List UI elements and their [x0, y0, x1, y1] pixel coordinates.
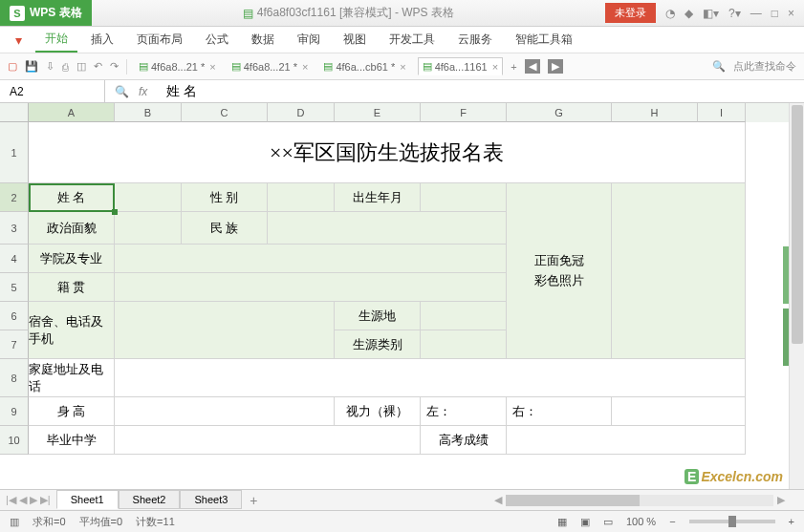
- first-sheet-icon[interactable]: |◀: [6, 494, 16, 506]
- close-icon[interactable]: ×: [302, 61, 308, 73]
- search-icon[interactable]: 🔍: [712, 60, 726, 73]
- menu-insert[interactable]: 插入: [81, 28, 123, 52]
- skin-icon[interactable]: ◧▾: [703, 7, 719, 20]
- menu-data[interactable]: 数据: [242, 28, 284, 52]
- input-source-place[interactable]: [421, 302, 507, 330]
- vertical-scrollbar[interactable]: [789, 103, 804, 489]
- row-header-9[interactable]: 9: [0, 397, 29, 426]
- save-icon[interactable]: ▾: [6, 29, 32, 52]
- zoom-value[interactable]: 100 %: [626, 516, 656, 527]
- sheet-tab-1[interactable]: Sheet1: [56, 490, 119, 509]
- doc-tab-4[interactable]: ▤4f6a...1161×: [418, 57, 504, 75]
- cell-reference[interactable]: A2: [0, 80, 105, 102]
- zoom-slider[interactable]: [689, 520, 775, 523]
- row-header-2[interactable]: 2: [0, 183, 29, 212]
- menu-formula[interactable]: 公式: [196, 28, 238, 52]
- side-panel-handle[interactable]: [783, 309, 789, 366]
- view-normal-icon[interactable]: ▦: [557, 516, 567, 528]
- help-icon[interactable]: ?▾: [728, 7, 741, 20]
- add-sheet-icon[interactable]: +: [242, 493, 265, 508]
- prev-sheet-icon[interactable]: ◀: [19, 494, 27, 506]
- fill-handle[interactable]: [112, 209, 118, 215]
- maximize-button[interactable]: □: [771, 7, 778, 20]
- label-home-addr[interactable]: 家庭地址及电话: [29, 359, 115, 397]
- input-home-addr[interactable]: [115, 359, 746, 397]
- col-header-A[interactable]: A: [29, 103, 115, 122]
- label-gender[interactable]: 性 别: [182, 183, 268, 212]
- label-vision-left[interactable]: 左：: [421, 397, 507, 426]
- col-header-C[interactable]: C: [182, 103, 268, 122]
- input-gender[interactable]: [268, 183, 335, 212]
- label-birth[interactable]: 出生年月: [335, 183, 421, 212]
- input-name[interactable]: [115, 183, 182, 212]
- new-icon[interactable]: ▢: [8, 60, 17, 73]
- input-politics[interactable]: [115, 212, 182, 245]
- row-header-4[interactable]: 4: [0, 245, 29, 273]
- input-ethnic[interactable]: [268, 212, 507, 245]
- label-source-place[interactable]: 生源地: [335, 302, 421, 330]
- doc-tab-1[interactable]: ▤4f6a8...21 *×: [135, 58, 220, 74]
- redo-icon[interactable]: ↷: [110, 60, 119, 73]
- cell[interactable]: [612, 397, 746, 426]
- close-icon[interactable]: ×: [400, 61, 405, 73]
- fx-icon[interactable]: fx: [139, 85, 147, 98]
- close-button[interactable]: ×: [788, 7, 794, 20]
- label-vision[interactable]: 视力（裸）: [335, 397, 421, 426]
- add-tab-icon[interactable]: +: [511, 61, 516, 73]
- row-header-3[interactable]: 3: [0, 212, 29, 245]
- form-title[interactable]: ××军区国防生选拔报名表: [29, 122, 746, 183]
- login-button[interactable]: 未登录: [605, 3, 656, 23]
- scroll-thumb[interactable]: [506, 495, 640, 506]
- row-header-6[interactable]: 6: [0, 302, 29, 330]
- search-input[interactable]: 点此查找命令: [733, 59, 796, 74]
- input-gaokao[interactable]: [507, 426, 746, 455]
- doc-tab-2[interactable]: ▤4f6a8...21 *×: [228, 58, 313, 74]
- label-politics[interactable]: 政治面貌: [29, 212, 115, 245]
- export-icon[interactable]: ⇩: [46, 60, 54, 73]
- col-header-E[interactable]: E: [335, 103, 421, 122]
- preview-icon[interactable]: ◫: [76, 60, 86, 73]
- input-dorm-phone[interactable]: [115, 302, 335, 359]
- label-source-type[interactable]: 生源类别: [335, 330, 421, 359]
- close-icon[interactable]: ×: [209, 61, 215, 73]
- undo-icon[interactable]: ↶: [94, 60, 102, 73]
- input-source-type[interactable]: [421, 330, 507, 359]
- menu-view[interactable]: 视图: [334, 28, 376, 52]
- next-sheet-icon[interactable]: ▶: [30, 494, 37, 506]
- select-all-corner[interactable]: [0, 103, 29, 122]
- row-header-10[interactable]: 10: [0, 426, 29, 455]
- nav-prev-icon[interactable]: ◀: [525, 59, 540, 74]
- fx-search-icon[interactable]: 🔍: [115, 85, 129, 98]
- view-reading-icon[interactable]: ▭: [603, 516, 613, 528]
- save-icon[interactable]: 💾: [25, 60, 38, 73]
- formula-content[interactable]: 姓 名: [157, 83, 206, 100]
- label-height[interactable]: 身 高: [29, 397, 115, 426]
- label-highschool[interactable]: 毕业中学: [29, 426, 115, 455]
- input-origin[interactable]: [115, 273, 507, 302]
- cloud-icon[interactable]: ◆: [684, 7, 693, 20]
- row-header-1[interactable]: 1: [0, 122, 29, 183]
- menu-cloud[interactable]: 云服务: [448, 28, 502, 52]
- menu-review[interactable]: 审阅: [288, 28, 330, 52]
- last-sheet-icon[interactable]: ▶|: [40, 494, 51, 506]
- label-ethnic[interactable]: 民 族: [182, 212, 268, 245]
- cell-h[interactable]: [612, 183, 746, 359]
- row-header-7[interactable]: 7: [0, 330, 29, 359]
- sheet-tab-3[interactable]: Sheet3: [180, 490, 242, 509]
- input-height[interactable]: [115, 397, 335, 426]
- view-pagebreak-icon[interactable]: ▣: [580, 516, 590, 528]
- row-header-8[interactable]: 8: [0, 359, 29, 397]
- menu-start[interactable]: 开始: [35, 27, 77, 53]
- col-header-I[interactable]: I: [698, 103, 746, 122]
- label-name[interactable]: 姓 名: [29, 183, 115, 212]
- col-header-B[interactable]: B: [115, 103, 182, 122]
- photo-area[interactable]: 正面免冠彩色照片: [507, 183, 612, 359]
- sheet-tab-2[interactable]: Sheet2: [119, 490, 181, 509]
- menu-layout[interactable]: 页面布局: [127, 28, 192, 52]
- row-header-5[interactable]: 5: [0, 273, 29, 302]
- label-gaokao[interactable]: 高考成绩: [421, 426, 507, 455]
- menu-devtools[interactable]: 开发工具: [380, 28, 445, 52]
- close-icon[interactable]: ×: [492, 61, 498, 73]
- input-college[interactable]: [115, 245, 507, 273]
- label-origin[interactable]: 籍 贯: [29, 273, 115, 302]
